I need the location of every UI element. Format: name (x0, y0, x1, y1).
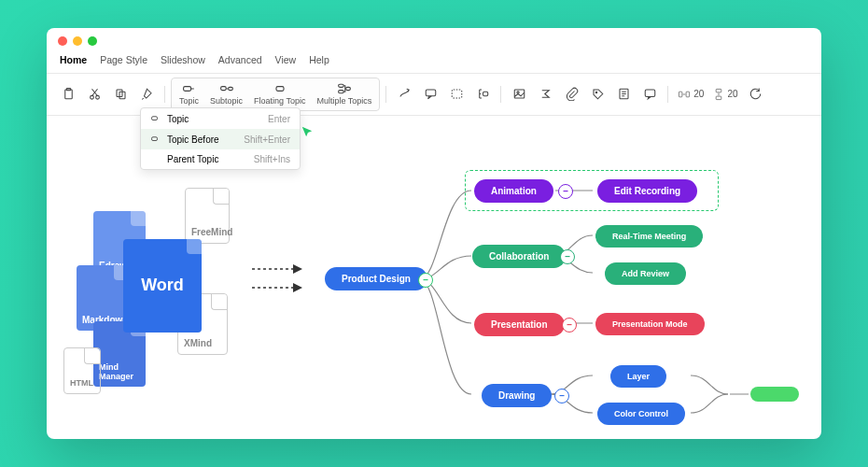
menu-help[interactable]: Help (309, 54, 329, 65)
node-drawing[interactable]: Drawing (482, 384, 552, 407)
app-window: Home Page Style Slideshow Advanced View … (47, 28, 821, 439)
vspacing-field[interactable]: 20 (709, 88, 741, 101)
svg-rect-24 (717, 96, 722, 100)
menu-view[interactable]: View (275, 54, 297, 65)
menu-advanced[interactable]: Advanced (218, 54, 262, 65)
toolbar: Topic Subtopic Floating Topic Multiple T… (47, 73, 821, 116)
node-review[interactable]: Add Review (605, 262, 686, 285)
svg-point-17 (517, 92, 519, 93)
node-meeting[interactable]: Real-Time Meeting (595, 225, 703, 248)
floating-topic-button[interactable]: Floating Topic (248, 80, 311, 108)
dropdown-parent-topic[interactable]: Parent TopicShift+Ins (141, 149, 300, 169)
svg-rect-11 (338, 91, 343, 93)
node-color-control[interactable]: Color Control (597, 403, 685, 425)
hspacing-field[interactable]: 20 (674, 89, 707, 100)
node-presentation-mode[interactable]: Presentation Mode (595, 313, 705, 335)
expand-icon[interactable]: – (558, 184, 573, 199)
topic-dropdown: TopicEnter Topic BeforeShift+Enter Paren… (140, 107, 301, 170)
minimize-icon[interactable] (73, 36, 82, 46)
svg-rect-6 (183, 87, 190, 92)
svg-point-3 (95, 96, 99, 100)
node-collaboration[interactable]: Collaboration (472, 245, 566, 268)
svg-rect-8 (228, 87, 232, 90)
svg-point-2 (90, 96, 93, 100)
svg-rect-9 (276, 87, 284, 92)
dropdown-topic-before[interactable]: Topic BeforeShift+Enter (141, 129, 300, 149)
svg-rect-26 (152, 137, 158, 141)
maximize-icon[interactable] (88, 36, 97, 46)
multiple-topics-button[interactable]: Multiple Topics (311, 80, 377, 108)
menu-home[interactable]: Home (60, 54, 87, 65)
cursor-icon (301, 125, 314, 140)
svg-rect-0 (64, 90, 72, 99)
close-icon[interactable] (58, 36, 67, 46)
svg-rect-20 (645, 90, 655, 97)
format-painter-button[interactable] (134, 82, 159, 106)
callout-button[interactable] (418, 82, 442, 106)
node-layer[interactable]: Layer (610, 365, 666, 388)
svg-rect-13 (426, 90, 436, 96)
relationship-button[interactable] (392, 82, 416, 106)
paste-button[interactable] (56, 82, 80, 106)
expand-icon[interactable]: – (562, 318, 577, 333)
refresh-button[interactable] (744, 82, 768, 106)
svg-rect-23 (717, 89, 722, 92)
expand-icon[interactable]: – (418, 273, 433, 288)
formula-button[interactable] (533, 82, 557, 106)
topic-group: Topic Subtopic Floating Topic Multiple T… (171, 78, 380, 111)
node-animation[interactable]: Animation (474, 179, 553, 203)
boundary-button[interactable] (444, 82, 469, 106)
comment-button[interactable] (637, 82, 662, 106)
subtopic-button[interactable]: Subtopic (204, 80, 248, 108)
titlebar (47, 28, 821, 54)
attachment-button[interactable] (559, 82, 583, 106)
node-root[interactable]: Product Design (325, 267, 427, 290)
menu-page-style[interactable]: Page Style (100, 54, 147, 65)
copy-button[interactable] (108, 82, 133, 106)
menubar: Home Page Style Slideshow Advanced View … (47, 54, 821, 73)
svg-rect-22 (686, 92, 690, 97)
image-button[interactable] (507, 82, 531, 106)
node-presentation[interactable]: Presentation (474, 313, 565, 336)
svg-rect-14 (452, 90, 462, 98)
summary-button[interactable] (470, 82, 495, 106)
svg-rect-21 (679, 92, 683, 97)
svg-point-18 (595, 92, 597, 94)
expand-icon[interactable]: – (560, 249, 575, 264)
node-empty[interactable] (750, 387, 799, 402)
svg-rect-15 (483, 92, 487, 97)
note-button[interactable] (611, 82, 636, 106)
topic-button[interactable]: Topic (174, 80, 204, 108)
tag-button[interactable] (585, 82, 609, 106)
svg-rect-12 (345, 87, 350, 90)
svg-rect-7 (220, 87, 226, 91)
node-edit-recording[interactable]: Edit Recording (597, 179, 697, 203)
expand-icon[interactable]: – (554, 389, 569, 403)
menu-slideshow[interactable]: Slideshow (161, 54, 205, 65)
svg-rect-10 (338, 84, 343, 87)
cut-button[interactable] (82, 82, 106, 106)
dropdown-topic[interactable]: TopicEnter (141, 108, 300, 129)
svg-rect-25 (152, 117, 158, 120)
